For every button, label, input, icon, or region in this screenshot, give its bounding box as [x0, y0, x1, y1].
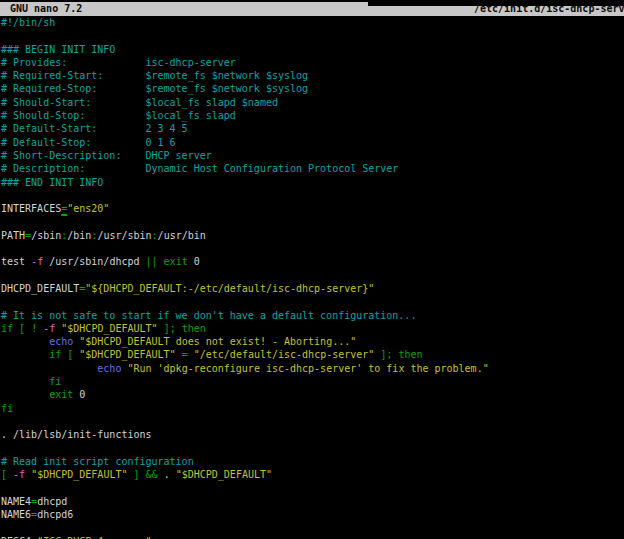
code-token: fi — [1, 403, 13, 414]
code-token: fi — [49, 376, 61, 387]
code-token: -f — [43, 323, 55, 334]
code-token: then — [398, 349, 422, 360]
code-line: # Required-Start: $remote_fs $network $s… — [1, 69, 624, 82]
code-token: "${DHCPD_DEFAULT:-/etc/default/isc-dhcp-… — [85, 283, 374, 294]
editor-buffer[interactable]: #!/bin/sh### BEGIN INIT INFO# Provides: … — [1, 16, 624, 539]
code-token: ### END INIT INFO — [1, 177, 103, 188]
code-token: /usr/bin — [158, 230, 206, 241]
code-token: "$DHCPD_DEFAULT" — [176, 469, 272, 480]
code-line: # Should-Stop: $local_fs slapd — [1, 109, 624, 122]
code-line: # Read init script configuration — [1, 455, 624, 468]
code-line: # Required-Stop: $remote_fs $network $sy… — [1, 82, 624, 95]
code-line: # It is not safe to start if we don't ha… — [1, 309, 624, 322]
code-line: # Short-Description: DHCP server — [1, 149, 624, 162]
code-token: "$DHCPD_DEFAULT" — [31, 469, 127, 480]
code-token: exit — [164, 256, 188, 267]
code-line: DESC4="ISC DHCPv4 server" — [1, 535, 624, 539]
code-token: . — [158, 469, 176, 480]
code-line: NAME6=dhcpd6 — [1, 508, 624, 521]
code-token: -f — [13, 469, 25, 480]
code-line: # Provides: isc-dhcp-server — [1, 56, 624, 69]
code-token: echo — [97, 363, 121, 374]
console-top-notch — [368, 0, 624, 6]
code-line — [1, 295, 624, 308]
code-token — [1, 336, 49, 347]
code-token: # Required-Stop: $remote_fs $network $sy… — [1, 83, 308, 94]
code-token: "$DHCPD_DEFAULT" — [61, 323, 157, 334]
code-token: "ens20" — [67, 203, 109, 214]
code-line — [1, 189, 624, 202]
code-line: echo "$DHCPD_DEFAULT does not exist! - A… — [1, 335, 624, 348]
code-line: # Should-Start: $local_fs slapd $named — [1, 96, 624, 109]
code-token: dhcpd — [37, 496, 67, 507]
code-token: # Provides: isc-dhcp-server — [1, 57, 236, 68]
code-line: INTERFACES="ens20" — [1, 202, 624, 215]
code-line: # Default-Stop: 0 1 6 — [1, 136, 624, 149]
code-token: ]; — [380, 349, 392, 360]
code-token: #!/bin/sh — [1, 17, 55, 28]
code-token: # Short-Description: DHCP server — [1, 150, 212, 161]
code-token: # Required-Start: $remote_fs $network $s… — [1, 70, 308, 81]
code-token: "ISC DHCPv4 server" — [37, 536, 151, 539]
code-token: # Default-Start: 2 3 4 5 — [1, 123, 188, 134]
code-token: PATH — [1, 230, 25, 241]
code-token: ### BEGIN INIT INFO — [1, 44, 115, 55]
code-line: test -f /usr/sbin/dhcpd || exit 0 — [1, 255, 624, 268]
code-token — [1, 389, 49, 400]
code-line: PATH=/sbin:/bin:/usr/sbin:/usr/bin — [1, 229, 624, 242]
code-token: "$DHCPD_DEFAULT does not exist! - Aborti… — [79, 336, 356, 347]
code-token: "Run 'dpkg-reconfigure isc-dhcp-server' … — [127, 363, 488, 374]
code-token: NAME4 — [1, 496, 31, 507]
code-token: # Should-Start: $local_fs slapd $named — [1, 97, 278, 108]
code-line — [1, 242, 624, 255]
code-line — [1, 481, 624, 494]
code-token: if — [49, 349, 61, 360]
code-token: # Description: Dynamic Host Configuratio… — [1, 163, 398, 174]
code-line: [ -f "$DHCPD_DEFAULT" ] && . "$DHCPD_DEF… — [1, 468, 624, 481]
code-token: 0 — [188, 256, 200, 267]
code-line: # Default-Start: 2 3 4 5 — [1, 122, 624, 135]
code-line: if [ "$DHCPD_DEFAULT" = "/etc/default/is… — [1, 348, 624, 361]
code-line: ### BEGIN INIT INFO — [1, 43, 624, 56]
code-token: /usr/sbin/dhcpd — [43, 256, 145, 267]
code-line: . /lib/lsb/init-functions — [1, 428, 624, 441]
code-token: /usr/sbin — [97, 230, 151, 241]
code-token: -f — [31, 256, 43, 267]
code-token: # Default-Stop: 0 1 6 — [1, 137, 176, 148]
code-token: # Read init script configuration — [1, 456, 194, 467]
code-line: # Description: Dynamic Host Configuratio… — [1, 162, 624, 175]
code-token — [1, 376, 49, 387]
code-line: NAME4=dhcpd — [1, 495, 624, 508]
code-line: fi — [1, 375, 624, 388]
code-line: if [ ! -f "$DHCPD_DEFAULT" ]; then — [1, 322, 624, 335]
code-line — [1, 215, 624, 228]
code-token: && — [146, 469, 158, 480]
code-token: /bin — [67, 230, 91, 241]
code-token — [1, 363, 97, 374]
code-token: DESC4 — [1, 536, 31, 539]
code-line — [1, 415, 624, 428]
code-line: exit 0 — [1, 388, 624, 401]
code-line: echo "Run 'dpkg-reconfigure isc-dhcp-ser… — [1, 362, 624, 375]
code-token: # Should-Stop: $local_fs slapd — [1, 110, 236, 121]
code-token: ]; — [164, 323, 176, 334]
code-line: ### END INIT INFO — [1, 176, 624, 189]
code-line: #!/bin/sh — [1, 16, 624, 29]
app-version-label: GNU nano 7.2 — [10, 2, 82, 16]
code-token: DHCPD_DEFAULT — [1, 283, 79, 294]
code-token: "/etc/default/isc-dhcp-server" — [194, 349, 375, 360]
code-token — [1, 349, 49, 360]
code-token: exit — [49, 389, 73, 400]
code-token: /sbin — [31, 230, 61, 241]
code-token: if — [1, 323, 13, 334]
code-line: DHCPD_DEFAULT="${DHCPD_DEFAULT:-/etc/def… — [1, 282, 624, 295]
code-token: 0 — [73, 389, 85, 400]
code-line — [1, 29, 624, 42]
code-line — [1, 442, 624, 455]
code-token: then — [182, 323, 206, 334]
code-line — [1, 269, 624, 282]
code-token: . /lib/lsb/init-functions — [1, 429, 152, 440]
code-line: fi — [1, 402, 624, 415]
code-token: INTERFACES — [1, 203, 61, 214]
code-token: echo — [49, 336, 73, 347]
